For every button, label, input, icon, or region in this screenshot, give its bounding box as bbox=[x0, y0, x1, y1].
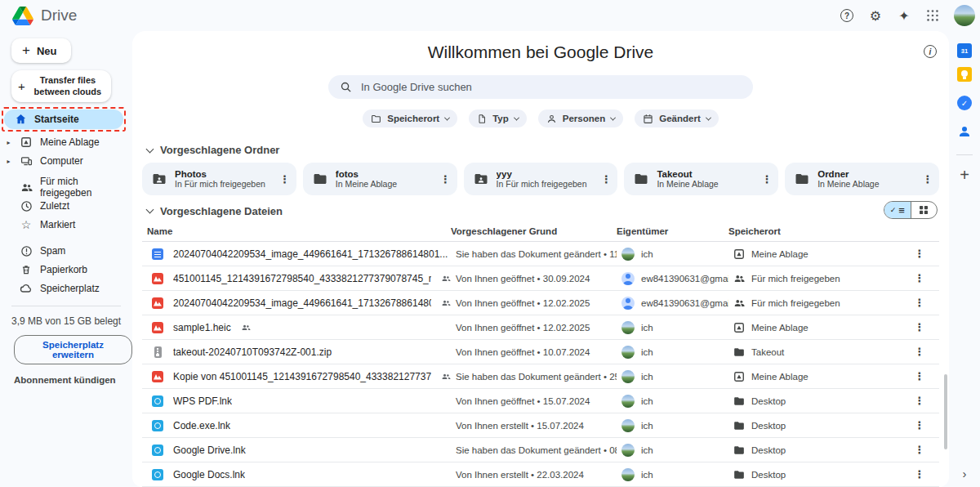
scrollbar-thumb[interactable] bbox=[944, 374, 947, 449]
chevron-down-icon bbox=[610, 114, 616, 120]
chevron-down-icon bbox=[706, 114, 711, 120]
people-icon bbox=[733, 273, 745, 284]
shared-folder-icon bbox=[152, 172, 167, 186]
files-section-header[interactable]: Vorgeschlagene Dateien ✓ ≡ bbox=[147, 202, 939, 220]
image-file-icon bbox=[152, 322, 163, 333]
table-row[interactable]: WPS PDF.lnk Von Ihnen geöffnet • 15.07.2… bbox=[142, 389, 939, 413]
cancel-subscription-link[interactable]: Abonnement kündigen bbox=[14, 375, 132, 385]
folder-location: In Meine Ablage bbox=[336, 179, 430, 189]
add-addon-button[interactable]: + bbox=[960, 167, 969, 183]
owner-avatar bbox=[621, 346, 635, 359]
sidebar-item-computer[interactable]: ▸ Computer bbox=[0, 152, 132, 171]
folder-card-takeout[interactable]: Takeout In Meine Ablage ⋮ bbox=[624, 163, 778, 195]
account-avatar[interactable] bbox=[954, 5, 975, 26]
file-name: takeout-20240710T093742Z-001.zip bbox=[173, 346, 332, 358]
keep-icon[interactable] bbox=[957, 67, 972, 82]
row-menu-button[interactable]: ⋮ bbox=[911, 419, 928, 431]
help-button[interactable]: ? bbox=[840, 8, 854, 23]
filter-chip-speicherort[interactable]: Speicherort bbox=[363, 109, 457, 127]
table-row[interactable]: Google Docs.lnk Von Ihnen erstellt • 22.… bbox=[142, 462, 939, 487]
folders-section-header[interactable]: Vorgeschlagene Ordner bbox=[147, 144, 939, 156]
table-row[interactable]: Code.exe.lnk Von Ihnen erstellt • 15.07.… bbox=[142, 413, 939, 438]
expand-triangle-icon[interactable]: ▸ bbox=[5, 158, 12, 165]
sparkle-icon: ✦ bbox=[898, 8, 909, 24]
folder-card-photos[interactable]: Photos In Für mich freigegeben ⋮ bbox=[142, 163, 296, 195]
transfer-button-label: Transfer files between clouds bbox=[31, 74, 105, 98]
row-menu-button[interactable]: ⋮ bbox=[911, 444, 928, 456]
table-row[interactable]: Kopie von 451001145_1214391672798540_433… bbox=[142, 364, 939, 389]
file-reason: Von Ihnen geöffnet • 15.07.2024 bbox=[451, 396, 617, 406]
row-menu-button[interactable]: ⋮ bbox=[911, 248, 928, 260]
sidebar-item-label: Markiert bbox=[40, 219, 75, 230]
filter-chip-typ[interactable]: Typ bbox=[469, 109, 527, 127]
grid-view-button[interactable] bbox=[911, 202, 938, 218]
drive-logo[interactable]: Drive bbox=[0, 7, 77, 25]
folder-card-ordner[interactable]: Ordner In Meine Ablage ⋮ bbox=[785, 163, 939, 195]
table-row[interactable]: 20240704042209534_image_449661641_171326… bbox=[142, 291, 939, 315]
folder-name: Takeout bbox=[657, 169, 751, 179]
tasks-icon[interactable]: ✓ bbox=[957, 96, 972, 110]
gemini-button[interactable]: ✦ bbox=[897, 8, 911, 23]
row-menu-button[interactable]: ⋮ bbox=[911, 370, 928, 382]
filter-chip-personen[interactable]: Personen bbox=[538, 109, 623, 127]
new-button[interactable]: + Neu bbox=[11, 38, 71, 63]
row-menu-button[interactable]: ⋮ bbox=[911, 321, 928, 333]
chevron-down-icon[interactable] bbox=[146, 206, 154, 214]
row-menu-button[interactable]: ⋮ bbox=[911, 395, 928, 407]
search-input[interactable] bbox=[361, 81, 742, 93]
row-menu-button[interactable]: ⋮ bbox=[911, 468, 928, 480]
table-row[interactable]: Google Drive.lnk Sie haben das Dokument … bbox=[142, 438, 939, 462]
collapse-panel-chevron-icon[interactable]: › bbox=[963, 467, 967, 480]
folder-icon bbox=[733, 469, 745, 480]
chevron-down-icon bbox=[514, 114, 519, 120]
row-menu-button[interactable]: ⋮ bbox=[911, 346, 928, 358]
sidebar-item-spam[interactable]: Spam bbox=[0, 242, 132, 261]
row-menu-button[interactable]: ⋮ bbox=[911, 272, 928, 284]
calendar-icon[interactable]: 31 bbox=[957, 43, 972, 58]
folder-icon bbox=[733, 346, 745, 358]
file-reason: Von Ihnen erstellt • 15.07.2024 bbox=[451, 421, 617, 431]
more-options-button[interactable]: ⋮ bbox=[438, 173, 454, 185]
expand-storage-button[interactable]: Speicherplatz erweitern bbox=[14, 335, 132, 364]
app-name: Drive bbox=[41, 7, 77, 25]
sidebar-item-fuer-mich-freigegeben[interactable]: Für mich freigegeben bbox=[0, 178, 132, 197]
apps-grid-button[interactable] bbox=[925, 8, 940, 23]
sidebar-divider bbox=[11, 306, 121, 306]
more-options-button[interactable]: ⋮ bbox=[920, 173, 936, 185]
table-row[interactable]: 451001145_1214391672798540_4333821277379… bbox=[142, 266, 939, 291]
more-options-button[interactable]: ⋮ bbox=[598, 173, 614, 185]
sidebar-item-zuletzt[interactable]: Zuletzt bbox=[0, 197, 132, 216]
folder-card-fotos[interactable]: fotos In Meine Ablage ⋮ bbox=[303, 163, 457, 195]
more-options-button[interactable]: ⋮ bbox=[277, 173, 293, 185]
expand-triangle-icon[interactable]: ▸ bbox=[5, 139, 12, 146]
sidebar-item-label: Computer bbox=[40, 155, 83, 167]
image-file-icon bbox=[152, 273, 163, 284]
transfer-files-button[interactable]: + Transfer files between clouds bbox=[11, 70, 111, 102]
list-view-button[interactable]: ✓ ≡ bbox=[884, 202, 911, 218]
person-icon bbox=[546, 114, 557, 124]
owner-avatar bbox=[621, 272, 635, 285]
rail-divider bbox=[956, 154, 973, 155]
row-menu-button[interactable]: ⋮ bbox=[911, 297, 928, 309]
settings-button[interactable]: ⚙ bbox=[868, 8, 883, 23]
sidebar-item-markiert[interactable]: ☆ Markiert bbox=[0, 216, 132, 235]
sidebar-item-speicherplatz[interactable]: Speicherplatz bbox=[0, 279, 132, 298]
search-bar[interactable] bbox=[328, 75, 753, 99]
drive-triangle-icon bbox=[12, 7, 33, 25]
table-row[interactable]: sample1.heic Von Ihnen geöffnet • 12.02.… bbox=[142, 315, 939, 340]
contacts-icon[interactable] bbox=[957, 124, 972, 139]
folder-card-yyy[interactable]: yyy In Für mich freigegeben ⋮ bbox=[464, 163, 618, 195]
table-row[interactable]: takeout-20240710T093742Z-001.zip Von Ihn… bbox=[142, 340, 939, 364]
file-icon bbox=[477, 114, 487, 124]
sidebar-item-papierkorb[interactable]: Papierkorb bbox=[0, 261, 132, 279]
folder-icon bbox=[313, 172, 327, 186]
filter-chip-geaendert[interactable]: Geändert bbox=[635, 109, 719, 127]
table-row[interactable]: 20240704042209534_image_449661641_171326… bbox=[142, 242, 939, 266]
chevron-down-icon[interactable] bbox=[146, 145, 154, 153]
sidebar-item-startseite[interactable]: Startseite bbox=[4, 109, 123, 129]
file-name: 20240704042209534_image_449661641_171326… bbox=[173, 297, 431, 309]
folder-location: In Meine Ablage bbox=[817, 179, 911, 189]
more-options-button[interactable]: ⋮ bbox=[759, 173, 775, 185]
sidebar-item-meine-ablage[interactable]: ▸ Meine Ablage bbox=[0, 133, 132, 152]
info-icon[interactable]: i bbox=[924, 45, 937, 58]
